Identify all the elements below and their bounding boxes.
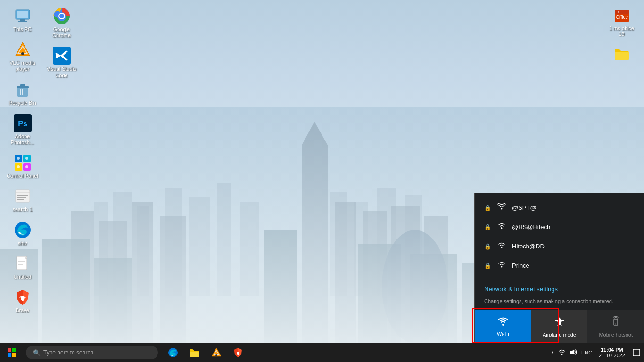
hotspot-qa-icon: [611, 316, 621, 329]
network-name-prince: Prince: [512, 262, 635, 269]
icon-ms-office[interactable]: Office 1 ms office 19: [604, 5, 639, 39]
taskbar-vlc[interactable]: [206, 343, 227, 362]
svg-point-77: [501, 266, 503, 268]
svg-point-90: [561, 354, 562, 355]
quick-action-wifi[interactable]: Wi-Fi: [475, 310, 531, 343]
icon-photoshop-label: Adobe Photosh...: [7, 133, 38, 146]
desktop-icons: This PC VLC media player: [5, 5, 90, 335]
tray-network[interactable]: [556, 348, 568, 358]
icon-recycle-bin-label: Recycle Bin: [8, 100, 36, 106]
search-icon-taskbar: 🔍: [33, 349, 41, 356]
quick-action-mobile-hotspot[interactable]: Mobile hotspot: [587, 310, 644, 343]
svg-rect-57: [17, 195, 28, 196]
tray-sound[interactable]: [568, 347, 579, 358]
taskbar-right: ∧ ENG 11:04 PM: [549, 343, 644, 362]
icon-photoshop[interactable]: Ps Adobe Photosh...: [5, 112, 40, 148]
svg-rect-83: [8, 353, 11, 357]
lock-icon-spt: 🔒: [484, 205, 491, 211]
icon-google-chrome[interactable]: Google Chrome: [44, 5, 79, 41]
quick-action-airplane[interactable]: Airplane mode: [531, 310, 588, 343]
desktop: This PC VLC media player: [0, 0, 644, 362]
icon-this-pc[interactable]: This PC: [5, 5, 40, 34]
icon-control-panel-label: Control Panel: [7, 173, 38, 179]
taskbar-edge[interactable]: [163, 343, 183, 362]
svg-point-53: [17, 165, 20, 168]
icon-control-panel[interactable]: Control Panel: [5, 151, 40, 181]
clock[interactable]: 11:04 PM 21-10-2022: [595, 343, 629, 362]
svg-rect-34: [18, 21, 27, 22]
taskbar-brave[interactable]: [228, 343, 248, 362]
svg-point-75: [501, 228, 503, 229]
svg-point-73: [618, 11, 619, 13]
tray-expand[interactable]: ∧: [549, 349, 556, 357]
lock-icon-prince: 🔒: [484, 263, 491, 269]
network-flyout: 🔒 @SPT@ 🔒: [474, 193, 644, 343]
network-item-hs[interactable]: 🔒 @HS@Hitech: [475, 217, 644, 237]
clock-time: 11:04 PM: [601, 347, 623, 353]
svg-point-38: [21, 52, 24, 55]
network-name-hitech: Hitech@DD: [512, 243, 635, 250]
icon-shiv-label: shiv: [18, 240, 27, 247]
icon-this-pc-label: This PC: [13, 26, 32, 33]
taskbar-file-explorer[interactable]: [184, 343, 205, 362]
icon-brave[interactable]: Brave: [5, 286, 40, 315]
top-right-icons: Office 1 ms office 19: [604, 5, 639, 65]
icon-brave-label: Brave: [16, 307, 29, 313]
wifi-icon-spt: [497, 203, 506, 213]
icon-vlc-label: VLC media player: [7, 60, 38, 72]
network-item-spt[interactable]: 🔒 @SPT@: [475, 198, 644, 217]
svg-rect-84: [12, 353, 16, 357]
icon-vlc[interactable]: VLC media player: [5, 38, 40, 74]
wifi-icon-hitech: [497, 241, 506, 251]
svg-marker-91: [570, 349, 574, 355]
icon-search1-label: search 1: [12, 206, 32, 213]
svg-point-78: [502, 324, 504, 326]
hotspot-qa-label: Mobile hotspot: [599, 332, 633, 337]
network-item-hitech[interactable]: 🔒 Hitech@DD: [475, 237, 644, 256]
svg-rect-59: [17, 199, 24, 200]
icon-untitled-label: Untitled: [14, 274, 31, 280]
icon-recycle-bin[interactable]: Recycle Bin: [5, 78, 40, 108]
network-item-prince[interactable]: 🔒 Prince: [475, 256, 644, 275]
svg-point-68: [59, 14, 64, 18]
notification-button[interactable]: [629, 343, 644, 362]
network-settings-link[interactable]: Network & Internet settings: [475, 280, 644, 298]
icon-vscode[interactable]: Visual Studio Code: [44, 44, 79, 80]
icon-search1[interactable]: search 1: [5, 185, 40, 214]
search-placeholder: Type here to search: [43, 349, 93, 356]
taskbar: 🔍 Type here to search: [0, 343, 644, 362]
network-name-spt: @SPT@: [512, 204, 635, 211]
svg-point-52: [25, 157, 28, 160]
lock-icon-hs: 🔒: [484, 224, 491, 230]
svg-rect-82: [12, 348, 16, 352]
svg-point-51: [17, 157, 20, 160]
search-box[interactable]: 🔍 Type here to search: [26, 346, 158, 359]
taskbar-apps: [163, 343, 248, 362]
svg-point-76: [501, 247, 503, 248]
icon-shiv-edge[interactable]: shiv: [5, 219, 40, 248]
svg-rect-32: [17, 11, 28, 18]
svg-rect-41: [20, 84, 25, 86]
start-button[interactable]: [0, 343, 24, 362]
network-settings-sub: Change settings, such as making a connec…: [475, 298, 644, 310]
svg-rect-58: [17, 197, 26, 198]
icon-folder-yellow[interactable]: [604, 42, 639, 65]
svg-rect-33: [20, 19, 25, 21]
icon-untitled[interactable]: Untitled: [5, 252, 40, 282]
svg-rect-92: [633, 349, 640, 356]
svg-text:Office: Office: [616, 15, 628, 20]
wifi-qa-label: Wi-Fi: [497, 331, 509, 337]
icon-ms-office-label: 1 ms office 19: [606, 25, 637, 37]
network-name-hs: @HS@Hitech: [512, 223, 635, 230]
lock-icon-hitech: 🔒: [484, 243, 491, 250]
svg-point-54: [25, 165, 28, 168]
wifi-icon-hs: [497, 222, 506, 232]
tray-language[interactable]: ENG: [579, 349, 595, 356]
svg-text:Ps: Ps: [18, 120, 27, 128]
airplane-qa-icon: [554, 316, 565, 329]
clock-date: 21-10-2022: [599, 353, 625, 358]
airplane-qa-label: Airplane mode: [543, 332, 576, 337]
svg-point-89: [215, 354, 217, 356]
svg-rect-40: [17, 86, 29, 88]
svg-point-74: [501, 208, 503, 210]
